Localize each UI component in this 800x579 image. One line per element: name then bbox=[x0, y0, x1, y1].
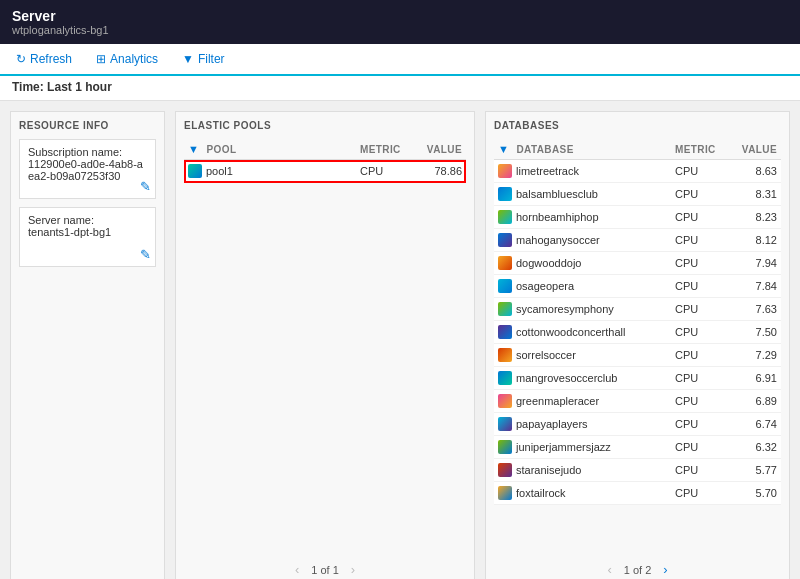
database-icon bbox=[498, 371, 512, 385]
database-name: staranisejudo bbox=[516, 464, 581, 476]
server-edit-icon[interactable]: ✎ bbox=[140, 247, 151, 262]
resource-info-label: RESOURCE INFO bbox=[19, 120, 156, 131]
database-name: mahoganysoccer bbox=[516, 234, 600, 246]
pool-col-metric-header: METRIC bbox=[356, 139, 416, 160]
database-value: 5.77 bbox=[731, 459, 781, 482]
toolbar: ↻ Refresh ⊞ Analytics ▼ Filter bbox=[0, 44, 800, 76]
refresh-button[interactable]: ↻ Refresh bbox=[12, 50, 76, 68]
elastic-pools-panel: ELASTIC POOLS ▼ POOL METRIC VALUE bbox=[175, 111, 475, 579]
database-row[interactable]: hornbeamhiphop CPU 8.23 bbox=[494, 206, 781, 229]
database-value: 6.74 bbox=[731, 413, 781, 436]
resource-info-panel: RESOURCE INFO Subscription name: 112900e… bbox=[10, 111, 165, 579]
database-value: 6.32 bbox=[731, 436, 781, 459]
database-row[interactable]: papayaplayers CPU 6.74 bbox=[494, 413, 781, 436]
pool-name: pool1 bbox=[206, 165, 233, 177]
database-name: foxtailrock bbox=[516, 487, 566, 499]
databases-table-container: ▼ DATABASE METRIC VALUE limetreetrack CP… bbox=[494, 139, 781, 556]
database-metric: CPU bbox=[671, 252, 731, 275]
filter-icon: ▼ bbox=[182, 52, 194, 66]
database-icon bbox=[498, 279, 512, 293]
database-value: 8.23 bbox=[731, 206, 781, 229]
analytics-button[interactable]: ⊞ Analytics bbox=[92, 50, 162, 68]
filter-button[interactable]: ▼ Filter bbox=[178, 50, 229, 68]
database-metric: CPU bbox=[671, 482, 731, 505]
database-row[interactable]: sorrelsoccer CPU 7.29 bbox=[494, 344, 781, 367]
database-row[interactable]: dogwooddojo CPU 7.94 bbox=[494, 252, 781, 275]
database-metric: CPU bbox=[671, 436, 731, 459]
database-metric: CPU bbox=[671, 229, 731, 252]
database-icon bbox=[498, 486, 512, 500]
database-row[interactable]: juniperjammersjazz CPU 6.32 bbox=[494, 436, 781, 459]
time-label: Time: Last 1 hour bbox=[12, 80, 112, 94]
database-metric: CPU bbox=[671, 321, 731, 344]
database-value: 8.63 bbox=[731, 160, 781, 183]
title-bar: Server wtploganalytics-bg1 bbox=[0, 0, 800, 44]
database-row[interactable]: mangrovesoccerclub CPU 6.91 bbox=[494, 367, 781, 390]
database-name: juniperjammersjazz bbox=[516, 441, 611, 453]
databases-next-btn[interactable]: › bbox=[659, 562, 671, 577]
database-metric: CPU bbox=[671, 367, 731, 390]
database-icon bbox=[498, 210, 512, 224]
pool-metric: CPU bbox=[356, 160, 416, 183]
database-icon bbox=[498, 187, 512, 201]
database-metric: CPU bbox=[671, 160, 731, 183]
database-metric: CPU bbox=[671, 344, 731, 367]
server-value: tenants1-dpt-bg1 bbox=[28, 226, 147, 238]
server-box: Server name: tenants1-dpt-bg1 ✎ bbox=[19, 207, 156, 267]
analytics-label: Analytics bbox=[110, 52, 158, 66]
database-value: 5.70 bbox=[731, 482, 781, 505]
elastic-pools-next-btn[interactable]: › bbox=[347, 562, 359, 577]
subscription-edit-icon[interactable]: ✎ bbox=[140, 179, 151, 194]
database-row[interactable]: balsambluesclub CPU 8.31 bbox=[494, 183, 781, 206]
database-value: 7.94 bbox=[731, 252, 781, 275]
refresh-label: Refresh bbox=[30, 52, 72, 66]
database-metric: CPU bbox=[671, 298, 731, 321]
database-name: balsambluesclub bbox=[516, 188, 598, 200]
app-subtitle: wtploganalytics-bg1 bbox=[12, 24, 788, 36]
database-metric: CPU bbox=[671, 183, 731, 206]
database-name: greenmapleracer bbox=[516, 395, 599, 407]
databases-pagination: ‹ 1 of 2 › bbox=[494, 556, 781, 579]
database-metric: CPU bbox=[671, 206, 731, 229]
database-row[interactable]: sycamoresymphony CPU 7.63 bbox=[494, 298, 781, 321]
database-icon bbox=[498, 417, 512, 431]
database-name: mangrovesoccerclub bbox=[516, 372, 618, 384]
pool-filter-icon[interactable]: ▼ bbox=[188, 143, 199, 155]
database-row[interactable]: foxtailrock CPU 5.70 bbox=[494, 482, 781, 505]
main-content: RESOURCE INFO Subscription name: 112900e… bbox=[0, 101, 800, 579]
subscription-label: Subscription name: bbox=[28, 146, 147, 158]
filter-label: Filter bbox=[198, 52, 225, 66]
database-row[interactable]: cottonwoodconcerthall CPU 7.50 bbox=[494, 321, 781, 344]
database-metric: CPU bbox=[671, 275, 731, 298]
database-icon bbox=[498, 440, 512, 454]
database-row[interactable]: limetreetrack CPU 8.63 bbox=[494, 160, 781, 183]
app-title: Server bbox=[12, 8, 788, 24]
database-row[interactable]: mahoganysoccer CPU 8.12 bbox=[494, 229, 781, 252]
database-name: hornbeamhiphop bbox=[516, 211, 599, 223]
database-row[interactable]: staranisejudo CPU 5.77 bbox=[494, 459, 781, 482]
refresh-icon: ↻ bbox=[16, 52, 26, 66]
database-name: cottonwoodconcerthall bbox=[516, 326, 625, 338]
database-value: 7.50 bbox=[731, 321, 781, 344]
database-name: papayaplayers bbox=[516, 418, 588, 430]
database-value: 7.63 bbox=[731, 298, 781, 321]
database-row[interactable]: greenmapleracer CPU 6.89 bbox=[494, 390, 781, 413]
db-filter-icon[interactable]: ▼ bbox=[498, 143, 509, 155]
pool-row[interactable]: pool1 CPU 78.86 bbox=[184, 160, 466, 183]
database-row[interactable]: osageopera CPU 7.84 bbox=[494, 275, 781, 298]
database-name: sorrelsoccer bbox=[516, 349, 576, 361]
database-name: osageopera bbox=[516, 280, 574, 292]
pool-col-value-header: VALUE bbox=[416, 139, 466, 160]
databases-page-info: 1 of 2 bbox=[624, 564, 652, 576]
database-name: limetreetrack bbox=[516, 165, 579, 177]
databases-panel: DATABASES ▼ DATABASE METRIC VALUE bbox=[485, 111, 790, 579]
time-bar: Time: Last 1 hour bbox=[0, 76, 800, 101]
subscription-value: 112900e0-ad0e-4ab8-aea2-b09a07253f30 bbox=[28, 158, 147, 182]
elastic-pools-table: ▼ POOL METRIC VALUE pool1 CPU 78.86 bbox=[184, 139, 466, 183]
elastic-pools-prev-btn[interactable]: ‹ bbox=[291, 562, 303, 577]
database-icon bbox=[498, 164, 512, 178]
analytics-icon: ⊞ bbox=[96, 52, 106, 66]
database-value: 6.89 bbox=[731, 390, 781, 413]
databases-prev-btn[interactable]: ‹ bbox=[603, 562, 615, 577]
elastic-pools-table-container: ▼ POOL METRIC VALUE pool1 CPU 78.86 bbox=[184, 139, 466, 556]
